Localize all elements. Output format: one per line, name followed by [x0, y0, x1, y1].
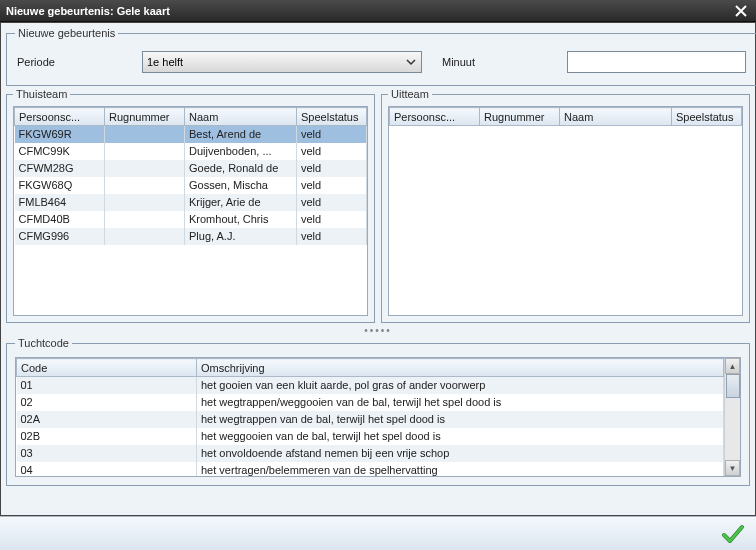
cell — [105, 194, 185, 211]
thuis-table-wrap: Persoonsc... Rugnummer Naam Speelstatus … — [13, 106, 368, 316]
scroll-down-button[interactable]: ▼ — [725, 460, 740, 476]
cell: veld — [297, 177, 367, 194]
cell-code: 01 — [17, 377, 197, 394]
table-row[interactable]: 02Ahet wegtrappen van de bal, terwijl he… — [17, 411, 724, 428]
scroll-thumb[interactable] — [726, 374, 740, 398]
cell: Kromhout, Chris — [185, 211, 297, 228]
table-row[interactable]: CFMD40BKromhout, Chrisveld — [15, 211, 367, 228]
cell: veld — [297, 160, 367, 177]
table-row[interactable]: 04het vertragen/belemmeren van de spelhe… — [17, 462, 724, 477]
cell-oms: het gooien van een kluit aarde, pol gras… — [197, 377, 724, 394]
content-area: Nieuwe gebeurtenis Periode 1e helft Minu… — [0, 22, 756, 516]
chevron-down-icon — [403, 54, 419, 70]
tucht-table-wrap: Code Omschrijving 01het gooien van een k… — [15, 357, 741, 477]
cell-oms: het onvoldoende afstand nemen bij een vr… — [197, 445, 724, 462]
group-nieuwe-gebeurtenis: Nieuwe gebeurtenis Periode 1e helft Minu… — [6, 27, 756, 86]
checkmark-icon — [720, 521, 746, 547]
cell: FMLB464 — [15, 194, 105, 211]
cell: Best, Arend de — [185, 126, 297, 143]
splitter-handle[interactable]: ••••• — [6, 325, 750, 335]
cell: Plug, A.J. — [185, 228, 297, 245]
periode-select[interactable]: 1e helft — [142, 51, 422, 73]
group-uitteam: Uitteam Persoonsc... Rugnummer Naam Spee… — [381, 88, 750, 323]
tucht-scrollbar[interactable]: ▲ ▼ — [724, 358, 740, 476]
cell: veld — [297, 211, 367, 228]
table-row[interactable]: CFMC99KDuijvenboden, ...veld — [15, 143, 367, 160]
col-rug-uit[interactable]: Rugnummer — [480, 108, 560, 126]
cell — [105, 211, 185, 228]
table-row[interactable]: FMLB464Krijger, Arie develd — [15, 194, 367, 211]
table-row[interactable]: CFMG996Plug, A.J.veld — [15, 228, 367, 245]
titlebar: Nieuwe gebeurtenis: Gele kaart — [0, 0, 756, 22]
table-row[interactable]: 03het onvoldoende afstand nemen bij een … — [17, 445, 724, 462]
scroll-up-button[interactable]: ▲ — [725, 358, 740, 374]
tucht-header-row: Code Omschrijving — [17, 359, 724, 377]
table-row[interactable]: 01het gooien van een kluit aarde, pol gr… — [17, 377, 724, 394]
cell: veld — [297, 126, 367, 143]
col-code[interactable]: Code — [17, 359, 197, 377]
footer-bar — [0, 516, 756, 550]
table-row[interactable]: FKGW69RBest, Arend develd — [15, 126, 367, 143]
uit-table-wrap: Persoonsc... Rugnummer Naam Speelstatus — [388, 106, 743, 316]
cell-oms: het wegtrappen/weggooien van de bal, ter… — [197, 394, 724, 411]
tucht-table: Code Omschrijving 01het gooien van een k… — [16, 358, 724, 476]
cell: Goede, Ronald de — [185, 160, 297, 177]
col-status[interactable]: Speelstatus — [297, 108, 367, 126]
group-tuchtcode: Tuchtcode Code Omschrijving 01het gooien… — [6, 337, 750, 486]
col-status-uit[interactable]: Speelstatus — [672, 108, 742, 126]
thuis-header-row: Persoonsc... Rugnummer Naam Speelstatus — [15, 108, 367, 126]
uit-header-row: Persoonsc... Rugnummer Naam Speelstatus — [390, 108, 742, 126]
cell: veld — [297, 194, 367, 211]
cell: FKGW69R — [15, 126, 105, 143]
cell: veld — [297, 228, 367, 245]
cell-oms: het wegtrappen van de bal, terwijl het s… — [197, 411, 724, 428]
cell-code: 02 — [17, 394, 197, 411]
cell-code: 02A — [17, 411, 197, 428]
cell: Duijvenboden, ... — [185, 143, 297, 160]
col-oms[interactable]: Omschrijving — [197, 359, 724, 377]
uit-table: Persoonsc... Rugnummer Naam Speelstatus — [389, 107, 742, 126]
legend-nieuwe: Nieuwe gebeurtenis — [15, 27, 118, 39]
legend-tucht: Tuchtcode — [15, 337, 72, 349]
col-naam[interactable]: Naam — [185, 108, 297, 126]
close-icon — [735, 5, 747, 17]
cell: CFMD40B — [15, 211, 105, 228]
cell-oms: het weggooien van de bal, terwijl het sp… — [197, 428, 724, 445]
cell: Krijger, Arie de — [185, 194, 297, 211]
table-row[interactable]: FKGW68QGossen, Mischaveld — [15, 177, 367, 194]
periode-label: Periode — [17, 56, 132, 68]
legend-uit: Uitteam — [388, 88, 432, 100]
cell-code: 02B — [17, 428, 197, 445]
cell: CFWM28G — [15, 160, 105, 177]
group-thuisteam: Thuisteam Persoonsc... Rugnummer Naam Sp… — [6, 88, 375, 323]
table-row[interactable]: 02Bhet weggooien van de bal, terwijl het… — [17, 428, 724, 445]
col-persoon-uit[interactable]: Persoonsc... — [390, 108, 480, 126]
col-persoon[interactable]: Persoonsc... — [15, 108, 105, 126]
cell — [105, 228, 185, 245]
table-row[interactable]: 02het wegtrappen/weggooien van de bal, t… — [17, 394, 724, 411]
cell: FKGW68Q — [15, 177, 105, 194]
confirm-button[interactable] — [720, 521, 746, 547]
cell: CFMG996 — [15, 228, 105, 245]
cell — [105, 177, 185, 194]
cell-code: 03 — [17, 445, 197, 462]
cell-code: 04 — [17, 462, 197, 477]
minuut-input[interactable] — [567, 51, 746, 73]
thuis-table: Persoonsc... Rugnummer Naam Speelstatus … — [14, 107, 367, 245]
cell — [105, 143, 185, 160]
cell: CFMC99K — [15, 143, 105, 160]
cell: Gossen, Mischa — [185, 177, 297, 194]
close-button[interactable] — [732, 2, 750, 20]
teams-row: Thuisteam Persoonsc... Rugnummer Naam Sp… — [6, 88, 750, 323]
window-title: Nieuwe gebeurtenis: Gele kaart — [6, 5, 732, 17]
cell — [105, 126, 185, 143]
col-naam-uit[interactable]: Naam — [560, 108, 672, 126]
table-row[interactable]: CFWM28GGoede, Ronald develd — [15, 160, 367, 177]
cell-oms: het vertragen/belemmeren van de spelherv… — [197, 462, 724, 477]
cell: veld — [297, 143, 367, 160]
minuut-label: Minuut — [442, 56, 557, 68]
col-rug[interactable]: Rugnummer — [105, 108, 185, 126]
periode-value: 1e helft — [147, 56, 183, 68]
cell — [105, 160, 185, 177]
dialog-window: Nieuwe gebeurtenis: Gele kaart Nieuwe ge… — [0, 0, 756, 550]
